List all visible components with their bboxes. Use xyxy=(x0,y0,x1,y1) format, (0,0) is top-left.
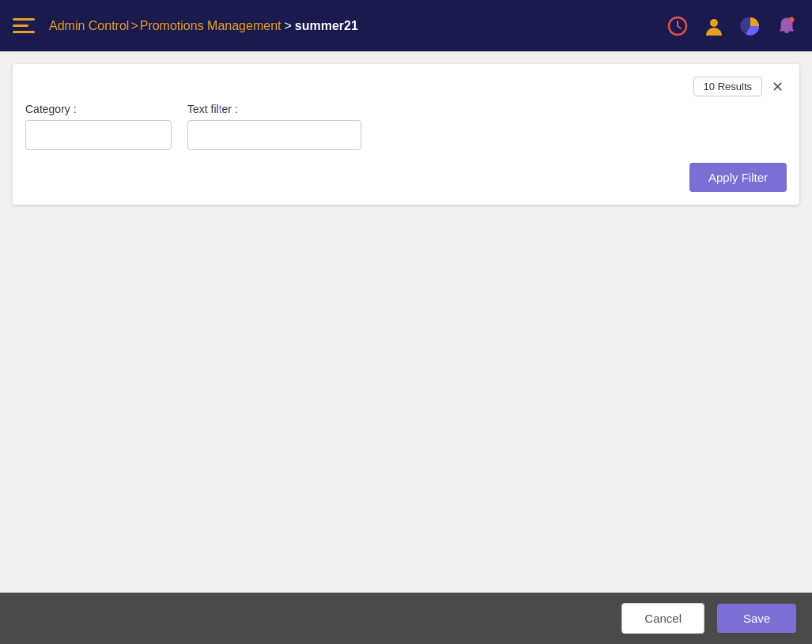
user-icon[interactable] xyxy=(701,13,727,39)
filter-top-row: 10 Results ✕ xyxy=(25,77,787,96)
header-icons xyxy=(665,13,799,39)
bell-icon[interactable] xyxy=(774,13,799,39)
header: Admin Control > Promotions Management > … xyxy=(0,0,812,51)
save-button[interactable]: Save xyxy=(717,604,796,633)
breadcrumb: Admin Control > Promotions Management > … xyxy=(49,19,665,33)
pie-chart-icon[interactable] xyxy=(738,13,763,39)
breadcrumb-promotions[interactable]: Promotions Management xyxy=(140,19,281,33)
results-badge: 10 Results xyxy=(693,77,762,96)
clock-icon[interactable] xyxy=(665,13,690,39)
apply-filter-button[interactable]: Apply Filter xyxy=(689,163,787,192)
category-input[interactable] xyxy=(25,120,172,150)
svg-point-5 xyxy=(789,17,795,22)
breadcrumb-arrow1: > xyxy=(130,19,138,33)
close-button[interactable]: ✕ xyxy=(769,80,787,94)
main-content: 10 Results ✕ Category : Text filter : Ap… xyxy=(0,51,812,593)
filter-panel: 10 Results ✕ Category : Text filter : Ap… xyxy=(13,64,799,205)
filter-fields-row: Category : Text filter : xyxy=(25,103,787,150)
breadcrumb-admin[interactable]: Admin Control xyxy=(49,19,129,33)
breadcrumb-current: summer21 xyxy=(295,19,358,33)
svg-point-3 xyxy=(710,19,718,27)
breadcrumb-separator: > xyxy=(284,19,291,33)
filter-actions-row: Apply Filter xyxy=(25,163,787,192)
hamburger-menu-icon[interactable] xyxy=(13,18,35,33)
category-field: Category : xyxy=(25,103,172,150)
cancel-button[interactable]: Cancel xyxy=(621,603,704,634)
text-filter-input[interactable] xyxy=(187,120,361,150)
category-label: Category : xyxy=(25,103,172,115)
text-filter-field: Text filter : xyxy=(187,103,361,150)
footer: Cancel Save xyxy=(0,593,812,644)
text-filter-label: Text filter : xyxy=(187,103,361,115)
svg-line-2 xyxy=(678,26,681,28)
